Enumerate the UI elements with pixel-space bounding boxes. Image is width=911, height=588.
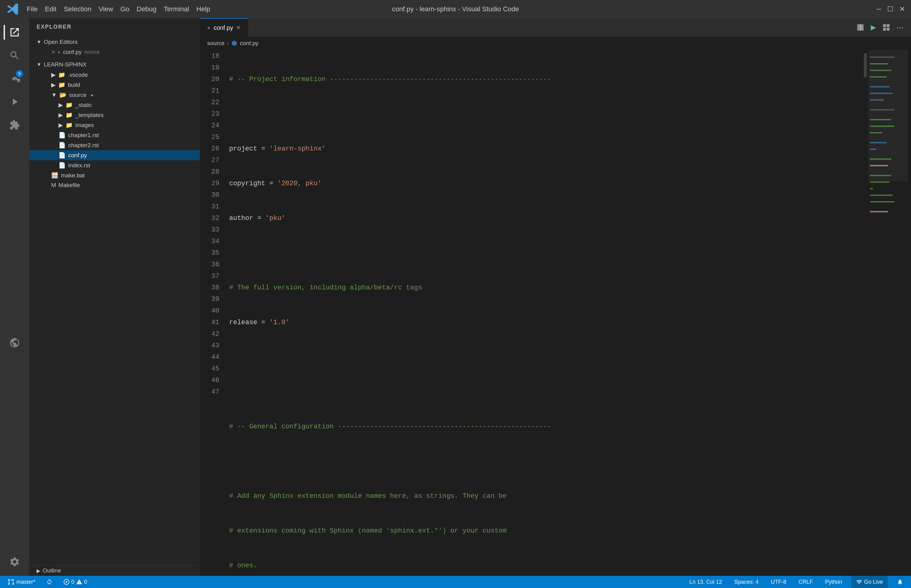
tab-confpy[interactable]: ● conf.py ✕ [200,18,248,37]
line-ending-text: CRLF [799,579,813,585]
warning-count: 0 [84,579,87,585]
sync-icon-btn[interactable] [43,576,55,588]
file-label: chapter2.rst [68,142,99,149]
line-numbers: 18 19 20 21 22 23 24 25 26 27 28 29 30 3… [200,50,224,576]
breadcrumb-file[interactable]: conf.py [240,40,258,47]
minimize-button[interactable]: ─ [876,5,881,13]
code-line-25: release = '1.0' [229,317,862,328]
editor-layout-icon[interactable] [882,23,891,32]
code-content[interactable]: # -- Project information ---------------… [224,50,862,576]
activity-remote[interactable] [4,332,26,354]
error-count: 0 [71,579,74,585]
activity-source-control[interactable]: 9 [4,68,26,90]
code-line-31: # extensions coming with Sphinx (named '… [229,525,862,537]
chevron-right-icon: ▶ [58,121,63,129]
line-ending[interactable]: CRLF [796,576,816,588]
menu-file[interactable]: File [27,5,37,13]
git-branch[interactable]: master* [5,576,39,588]
folder-icon: 📁 [58,71,66,78]
language-text: Python [825,579,842,585]
language-mode[interactable]: Python [822,576,845,588]
notifications-btn[interactable] [894,576,906,588]
sidebar-item-vscode[interactable]: ▶ 📁 .vscode [29,70,200,80]
activity-settings[interactable] [4,551,26,573]
menu-debug[interactable]: Debug [137,5,157,13]
svg-rect-21 [870,195,893,196]
position-text: Ln 13, Col 12 [690,579,722,585]
folder-label: _static [75,102,92,108]
code-line-32: # ones. [229,560,862,572]
file-label: chapter1.rst [68,132,99,139]
scrollbar-thumb[interactable] [864,53,867,78]
file-rst-icon: 📄 [58,132,66,139]
activity-run[interactable] [4,91,26,113]
editor-area: ● conf.py ✕ ▶ ··· source › conf.py [200,18,911,576]
run-python-icon[interactable]: ▶ [871,23,876,31]
maximize-button[interactable]: ☐ [887,5,893,13]
vertical-scrollbar[interactable] [862,50,868,576]
menu-edit[interactable]: Edit [45,5,57,13]
sidebar-item-makefile[interactable]: M Makefile [29,180,200,190]
close-button[interactable]: ✕ [900,5,905,13]
breadcrumb: source › conf.py [200,37,911,50]
menu-go[interactable]: Go [120,5,129,13]
breadcrumb-source[interactable]: source [207,40,225,47]
chevron-right-icon: ▶ [51,81,56,88]
file-label: index.rst [68,162,90,169]
bell-icon [897,579,903,585]
indentation[interactable]: Spaces: 4 [731,576,762,588]
errors-btn[interactable]: 0 0 [60,576,90,588]
file-make-icon: M [51,182,56,189]
sidebar-item-templates[interactable]: ▶ 📁 _templates [29,110,200,120]
code-editor: 18 19 20 21 22 23 24 25 26 27 28 29 30 3… [200,50,911,576]
window-title: conf.py - learn-sphinx - Visual Studio C… [392,5,519,13]
project-toggle[interactable]: ▼ LEARN-SPHINX [29,60,200,70]
sidebar-item-confpy[interactable]: 📄 conf.py [29,150,200,160]
antenna-icon [856,579,862,585]
svg-rect-22 [870,201,894,202]
outline-label: Outline [43,567,61,574]
code-line-29 [229,456,862,467]
activity-search[interactable] [4,44,26,66]
open-editor-confpy[interactable]: ✕ ● conf.py source [29,47,200,57]
menu-selection[interactable]: Selection [64,5,91,13]
chevron-down-icon: ▼ [37,62,42,67]
activity-explorer[interactable] [4,21,26,43]
go-live-btn[interactable]: Go Live [851,576,888,588]
chevron-right-icon: ▶ [51,71,56,78]
open-editors-toggle[interactable]: ▼ Open Editors [29,37,200,47]
tab-py-icon: ● [207,25,210,31]
close-icon[interactable]: ✕ [51,49,55,55]
activity-extensions[interactable] [4,114,26,136]
chevron-right-icon: ▶ [58,111,63,118]
code-line-22: author = 'pku' [229,213,862,224]
tab-close-button[interactable]: ✕ [236,24,241,31]
sidebar-item-chapter2[interactable]: 📄 chapter2.rst [29,140,200,150]
code-line-27 [229,386,862,398]
code-line-28: # -- General configuration -------------… [229,421,862,433]
sidebar-item-chapter1[interactable]: 📄 chapter1.rst [29,130,200,140]
sidebar-item-build[interactable]: ▶ 📁 build [29,80,200,90]
sync-icon [46,579,52,585]
menu-terminal[interactable]: Terminal [164,5,189,13]
sidebar-item-index[interactable]: 📄 index.rst [29,160,200,170]
sidebar-item-static[interactable]: ▶ 📁 _static [29,100,200,110]
sidebar-item-images[interactable]: ▶ 📁 images [29,120,200,130]
open-editor-filename: conf.py [63,49,82,55]
more-actions-icon[interactable]: ··· [896,23,904,32]
status-bar: master* 0 0 Ln 13, Col 12 Spaces: 4 UTF-… [0,576,911,588]
folder-open-icon: 📂 [60,91,67,99]
open-editors-label: Open Editors [44,39,78,45]
menu-help[interactable]: Help [197,5,210,13]
sidebar-item-makebat[interactable]: 🪟 make.bat [29,170,200,180]
split-editor-icon[interactable] [856,23,865,32]
svg-rect-23 [870,211,888,212]
sidebar-item-source[interactable]: ▼ 📂 source [29,90,200,100]
menu-view[interactable]: View [99,5,113,13]
cursor-position[interactable]: Ln 13, Col 12 [686,576,725,588]
encoding[interactable]: UTF-8 [768,576,790,588]
branch-name: master* [16,579,36,585]
outline-toggle[interactable]: ▶ Outline [29,565,200,576]
main-layout: 9 Explorer ▼ Open Editors ✕ ● conf.py [0,18,911,576]
chevron-right-icon: ▶ [37,568,40,573]
